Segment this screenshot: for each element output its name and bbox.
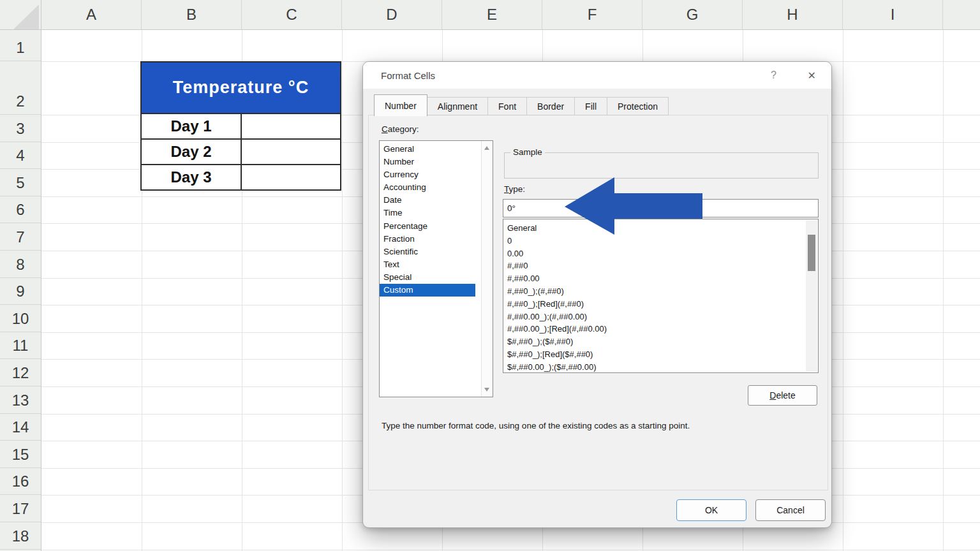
category-item-accounting[interactable]: Accounting <box>380 181 493 194</box>
category-item-special[interactable]: Special <box>380 271 493 284</box>
value-cell[interactable] <box>241 165 341 190</box>
category-item-currency[interactable]: Currency <box>380 168 493 181</box>
delete-button[interactable]: Delete <box>748 385 817 406</box>
format-scrollbar[interactable] <box>806 220 817 372</box>
row-header-9[interactable]: 9 <box>0 278 41 305</box>
format-code-item[interactable]: #,##0.00_);(#,##0.00) <box>503 311 818 323</box>
category-item-general[interactable]: General <box>380 143 493 156</box>
format-code-item[interactable]: 0 <box>503 235 818 247</box>
tab-font[interactable]: Font <box>487 97 527 115</box>
tab-bar: NumberAlignmentFontBorderFillProtection <box>374 94 668 115</box>
format-code-item[interactable]: #,##0.00_);[Red](#,##0.00) <box>503 323 818 335</box>
number-tab-panel: Category: GeneralNumberCurrencyAccountin… <box>368 115 828 490</box>
row-header-strip: 123456789101112131415161718 <box>0 30 41 551</box>
category-scrollbar[interactable] <box>481 141 493 397</box>
sample-label: Sample <box>510 147 545 157</box>
format-code-item[interactable]: 0.00 <box>503 247 818 260</box>
tab-protection[interactable]: Protection <box>607 97 669 115</box>
dialog-title: Format Cells <box>381 70 435 81</box>
type-input-value: 0° <box>507 203 516 213</box>
row-header-4[interactable]: 4 <box>0 142 41 170</box>
column-header-b[interactable]: B <box>142 0 242 29</box>
format-code-item[interactable]: #,##0.00 <box>503 272 818 285</box>
row-header-10[interactable]: 10 <box>0 305 41 332</box>
gridline-vertical <box>843 30 843 551</box>
cancel-button[interactable]: Cancel <box>755 499 826 521</box>
help-text: Type the number format code, using one o… <box>382 421 815 430</box>
gridline-vertical <box>342 30 343 551</box>
row-header-15[interactable]: 15 <box>0 441 41 468</box>
column-header-e[interactable]: E <box>442 0 542 29</box>
column-header-a[interactable]: A <box>41 0 142 29</box>
scroll-up-arrow-icon[interactable] <box>484 146 489 150</box>
column-header-f[interactable]: F <box>542 0 642 29</box>
format-code-items: General00.00#,##0#,##0.00#,##0_);(#,##0)… <box>503 219 818 373</box>
scroll-down-arrow-icon[interactable] <box>484 388 489 392</box>
format-code-item[interactable]: $#,##0_);[Red]($#,##0) <box>503 348 818 361</box>
column-header-g[interactable]: G <box>642 0 743 29</box>
row-header-2[interactable]: 2 <box>0 61 41 115</box>
tab-fill[interactable]: Fill <box>574 97 607 115</box>
data-table: Temperature °CDay 1Day 2Day 3 <box>140 61 341 191</box>
row-header-7[interactable]: 7 <box>0 223 41 251</box>
category-item-fraction[interactable]: Fraction <box>380 233 493 246</box>
row-header-3[interactable]: 3 <box>0 115 41 142</box>
row-header-18[interactable]: 18 <box>0 522 41 550</box>
help-icon[interactable]: ? <box>771 62 776 89</box>
day-label-cell[interactable]: Day 3 <box>141 165 241 190</box>
row-header-17[interactable]: 17 <box>0 495 41 522</box>
select-all-button[interactable] <box>0 0 41 30</box>
row-header-1[interactable]: 1 <box>0 30 41 61</box>
category-label: Category: <box>382 124 419 134</box>
row-header-8[interactable]: 8 <box>0 251 41 278</box>
tab-border[interactable]: Border <box>526 97 575 115</box>
gridline-horizontal <box>41 550 980 550</box>
category-listbox: GeneralNumberCurrencyAccountingDateTimeP… <box>379 140 493 397</box>
select-all-triangle-icon <box>13 4 39 29</box>
ok-button[interactable]: OK <box>676 499 746 521</box>
format-cells-dialog: Format Cells ? ✕ NumberAlignmentFontBord… <box>362 61 832 528</box>
category-item-text[interactable]: Text <box>380 258 493 271</box>
category-items: GeneralNumberCurrencyAccountingDateTimeP… <box>380 141 493 297</box>
row-header-16[interactable]: 16 <box>0 468 41 496</box>
category-item-custom[interactable]: Custom <box>380 284 475 297</box>
gridline-vertical <box>943 30 944 551</box>
day-label-cell[interactable]: Day 1 <box>141 114 241 139</box>
row-header-11[interactable]: 11 <box>0 332 41 360</box>
close-icon[interactable]: ✕ <box>808 62 816 89</box>
column-header-strip: ABCDEFGHI <box>0 0 980 30</box>
tab-alignment[interactable]: Alignment <box>427 97 488 115</box>
category-item-scientific[interactable]: Scientific <box>380 246 493 258</box>
value-cell[interactable] <box>241 139 341 165</box>
category-item-time[interactable]: Time <box>380 207 493 219</box>
arrow-annotation <box>563 176 704 236</box>
format-code-listbox: General00.00#,##0#,##0.00#,##0_);(#,##0)… <box>503 219 819 373</box>
tab-number[interactable]: Number <box>374 94 427 116</box>
category-item-number[interactable]: Number <box>380 156 493 168</box>
format-code-item[interactable]: $#,##0_);($#,##0) <box>503 335 818 348</box>
day-label-cell[interactable]: Day 2 <box>141 139 241 165</box>
data-table-body: Temperature °CDay 1Day 2Day 3 <box>141 62 341 190</box>
dialog-titlebar[interactable]: Format Cells ? ✕ <box>363 62 831 89</box>
table-header-cell[interactable]: Temperature °C <box>141 62 341 114</box>
format-scrollbar-thumb[interactable] <box>808 235 815 271</box>
row-header-6[interactable]: 6 <box>0 196 41 224</box>
format-code-item[interactable]: #,##0_);[Red](#,##0) <box>503 298 818 311</box>
column-header-c[interactable]: C <box>242 0 342 29</box>
category-item-date[interactable]: Date <box>380 194 493 207</box>
type-label: Type: <box>504 184 525 194</box>
column-header-i[interactable]: I <box>843 0 943 29</box>
row-header-12[interactable]: 12 <box>0 359 41 386</box>
format-code-item[interactable]: #,##0 <box>503 260 818 272</box>
column-header-d[interactable]: D <box>342 0 442 29</box>
row-header-5[interactable]: 5 <box>0 169 41 196</box>
arrow-left-icon <box>565 177 702 235</box>
category-item-percentage[interactable]: Percentage <box>380 220 493 233</box>
row-header-14[interactable]: 14 <box>0 414 41 441</box>
value-cell[interactable] <box>241 114 341 139</box>
format-code-item[interactable]: #,##0_);(#,##0) <box>503 285 818 298</box>
row-header-13[interactable]: 13 <box>0 386 41 414</box>
column-header-h[interactable]: H <box>743 0 843 29</box>
sample-group: Sample <box>504 152 819 179</box>
format-code-item[interactable]: $#,##0.00_);($#,##0.00) <box>503 361 818 373</box>
